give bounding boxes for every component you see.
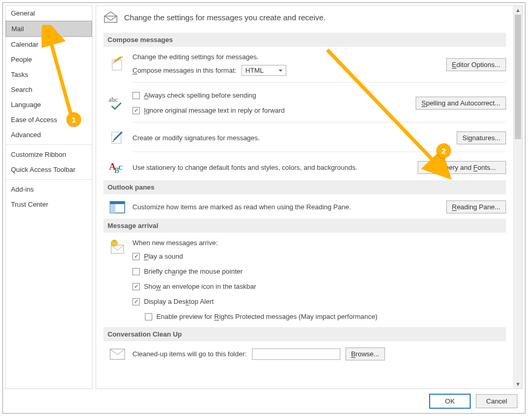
checkbox-checked-icon: ✓ [132, 107, 140, 114]
page-header: Change the settings for messages you cre… [103, 11, 506, 23]
sidebar-item-advanced[interactable]: Advanced [6, 127, 92, 142]
cancel-button[interactable]: Cancel [476, 394, 517, 408]
cleanup-folder-input[interactable] [252, 348, 340, 360]
section-head-arrival: Message arrival [103, 219, 506, 233]
compose-format-label: Compose messages in this format: [132, 66, 236, 74]
display-alert-row[interactable]: ✓ Display a Desktop Alert [132, 296, 506, 307]
annotation-badge-2: 2 [436, 143, 451, 158]
ignore-original-label: Ignore original message text in reply or… [144, 106, 285, 114]
sidebar-item-customize-ribbon[interactable]: Customize Ribbon [6, 147, 92, 162]
sidebar-item-trust-center[interactable]: Trust Center [6, 197, 92, 212]
play-sound-row[interactable]: ✓ Play a sound [132, 251, 506, 262]
svg-rect-8 [110, 202, 125, 204]
checkbox-unchecked-icon [132, 268, 140, 275]
section-head-panes: Outlook panes [103, 180, 506, 194]
spellcheck-icon: abc [109, 96, 126, 110]
enable-preview-row[interactable]: Enable preview for Rights Protected mess… [132, 311, 506, 322]
annotation-badge-1: 1 [66, 112, 81, 127]
show-envelope-row[interactable]: ✓ Show an envelope icon in the taskbar [132, 281, 506, 292]
annotation-arrow-2 [322, 45, 457, 180]
sidebar-separator [6, 179, 92, 180]
options-main-panel: Change the settings for messages you cre… [96, 5, 523, 389]
signatures-button[interactable]: Signatures... [457, 131, 506, 144]
stationery-icon: A B C [109, 159, 126, 175]
play-sound-label: Play a sound [144, 252, 183, 260]
scrollbar-thumb[interactable] [515, 15, 521, 139]
signature-icon [109, 130, 126, 145]
always-spell-label: Always check spelling before sending [144, 91, 256, 99]
envelope-open-icon [103, 11, 118, 23]
dialog-footer: OK Cancel [3, 389, 525, 413]
reading-pane-icon [109, 201, 126, 213]
cleanup-text: Cleaned-up items will go to this folder: [132, 350, 247, 358]
checkbox-unchecked-icon [145, 313, 152, 320]
sidebar-item-quick-access-toolbar[interactable]: Quick Access Toolbar [6, 162, 92, 177]
checkbox-checked-icon: ✓ [132, 283, 140, 290]
svg-rect-12 [114, 240, 115, 241]
edit-icon [109, 57, 126, 72]
show-envelope-label: Show an envelope icon in the taskbar [144, 283, 256, 290]
arrival-intro: When new messages arrive: [132, 239, 506, 247]
sidebar-separator [6, 144, 92, 145]
briefly-change-row[interactable]: Briefly change the mouse pointer [132, 266, 506, 277]
scroll-up-icon[interactable]: ▲ [514, 6, 522, 15]
svg-text:abc: abc [109, 96, 118, 103]
reading-pane-button[interactable]: Reading Pane... [446, 200, 506, 213]
checkbox-checked-icon: ✓ [132, 253, 140, 260]
briefly-change-label: Briefly change the mouse pointer [144, 267, 243, 275]
page-title: Change the settings for messages you cre… [124, 13, 326, 22]
svg-line-15 [327, 50, 442, 169]
enable-preview-label: Enable preview for Rights Protected mess… [156, 313, 378, 320]
section-panes: Customize how items are marked as read w… [103, 198, 506, 219]
svg-rect-9 [110, 204, 115, 213]
compose-format-select[interactable]: HTML [242, 65, 286, 76]
section-cleanup: Cleaned-up items will go to this folder:… [103, 345, 506, 366]
checkbox-unchecked-icon [132, 92, 140, 99]
section-head-cleanup: Conversation Clean Up [103, 327, 506, 341]
section-arrival: When new messages arrive: ✓ Play a sound… [103, 237, 506, 327]
svg-line-14 [48, 31, 73, 121]
vertical-scrollbar[interactable]: ▲ ▼ [513, 6, 522, 388]
svg-text:C: C [118, 164, 123, 171]
svg-rect-1 [112, 60, 122, 70]
bell-icon [109, 239, 126, 256]
envelope-icon [109, 348, 126, 360]
panes-text: Customize how items are marked as read w… [132, 203, 440, 211]
browse-button[interactable]: Browse... [345, 347, 385, 360]
sidebar-item-add-ins[interactable]: Add-ins [6, 182, 92, 197]
ok-button[interactable]: OK [429, 394, 471, 409]
scroll-down-icon[interactable]: ▼ [514, 380, 522, 388]
checkbox-checked-icon: ✓ [132, 298, 140, 305]
display-alert-label: Display a Desktop Alert [144, 298, 214, 305]
sidebar-item-general[interactable]: General [6, 6, 92, 21]
